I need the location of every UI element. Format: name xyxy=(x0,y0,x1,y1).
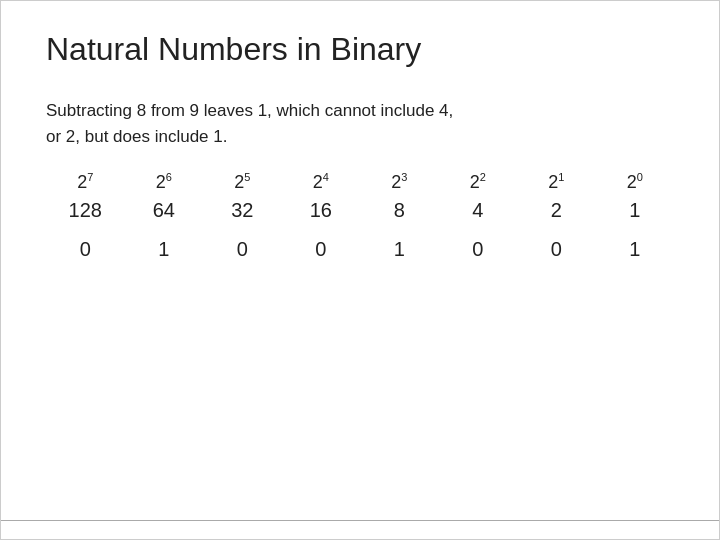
power-cell-4: 23 xyxy=(360,167,439,195)
binary-cell-4: 1 xyxy=(360,234,439,265)
power-cell-3: 24 xyxy=(282,167,361,195)
bottom-divider xyxy=(1,520,719,521)
power-cell-6: 21 xyxy=(517,167,596,195)
description-line1: Subtracting 8 from 9 leaves 1, which can… xyxy=(46,101,453,120)
value-cell-4: 8 xyxy=(360,195,439,226)
binary-cell-7: 1 xyxy=(596,234,675,265)
binary-cell-5: 0 xyxy=(439,234,518,265)
value2-cell-7 xyxy=(596,226,675,234)
value-cell-3: 16 xyxy=(282,195,361,226)
value-row-2 xyxy=(46,226,674,234)
value2-cell-2 xyxy=(203,226,282,234)
binary-cell-2: 0 xyxy=(203,234,282,265)
description-line2: or 2, but does include 1. xyxy=(46,127,227,146)
power-cell-2: 25 xyxy=(203,167,282,195)
power-row: 27 26 25 24 23 22 21 20 xyxy=(46,167,674,195)
value-cell-0: 128 xyxy=(46,195,125,226)
binary-cell-3: 0 xyxy=(282,234,361,265)
binary-cell-0: 0 xyxy=(46,234,125,265)
binary-table: 27 26 25 24 23 22 21 20 128 64 32 16 8 4… xyxy=(46,167,674,265)
power-cell-1: 26 xyxy=(125,167,204,195)
value2-cell-6 xyxy=(517,226,596,234)
value2-cell-4 xyxy=(360,226,439,234)
slide-title: Natural Numbers in Binary xyxy=(46,31,674,68)
value2-cell-3 xyxy=(282,226,361,234)
power-cell-7: 20 xyxy=(596,167,675,195)
value-cell-7: 1 xyxy=(596,195,675,226)
value-cell-6: 2 xyxy=(517,195,596,226)
description-text: Subtracting 8 from 9 leaves 1, which can… xyxy=(46,98,674,149)
value2-cell-1 xyxy=(125,226,204,234)
value-cell-2: 32 xyxy=(203,195,282,226)
value2-cell-5 xyxy=(439,226,518,234)
binary-row: 0 1 0 0 1 0 0 1 xyxy=(46,234,674,265)
slide-container: Natural Numbers in Binary Subtracting 8 … xyxy=(0,0,720,540)
value2-cell-0 xyxy=(46,226,125,234)
power-cell-5: 22 xyxy=(439,167,518,195)
value-cell-5: 4 xyxy=(439,195,518,226)
power-cell-0: 27 xyxy=(46,167,125,195)
value-cell-1: 64 xyxy=(125,195,204,226)
binary-cell-1: 1 xyxy=(125,234,204,265)
value-row: 128 64 32 16 8 4 2 1 xyxy=(46,195,674,226)
binary-cell-6: 0 xyxy=(517,234,596,265)
